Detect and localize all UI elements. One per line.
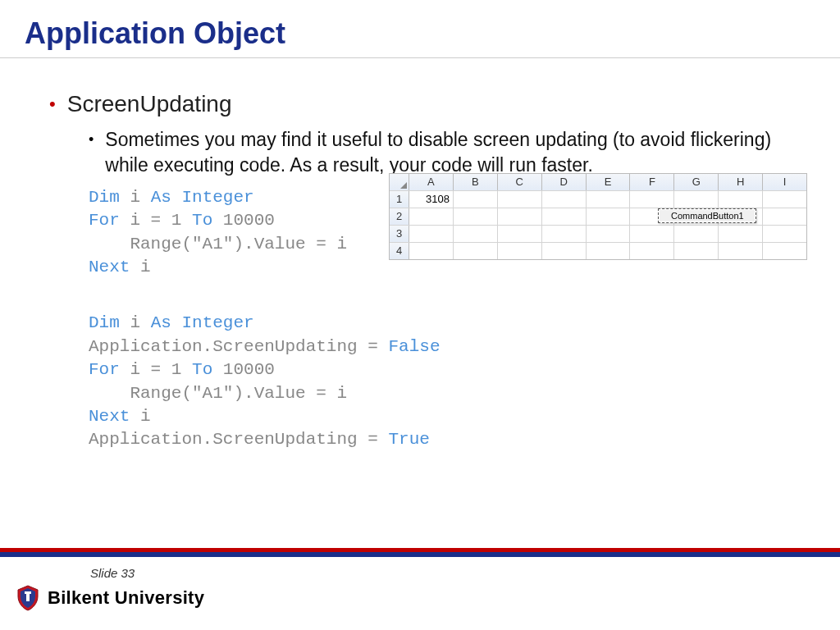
bullet-level-1: • ScreenUpdating (49, 91, 791, 117)
svg-rect-1 (25, 591, 31, 594)
row-header: 2 (390, 208, 409, 225)
data-row: 2 CommandButton1 (390, 208, 806, 226)
cell (409, 208, 454, 225)
bullet-icon: • (89, 127, 94, 152)
data-row: 4 (390, 243, 806, 259)
bullet-text: ScreenUpdating (67, 91, 232, 117)
row-header: 1 (390, 191, 409, 208)
col-header: C (498, 174, 542, 190)
cell (587, 191, 631, 208)
keyword-to: To (192, 360, 212, 379)
cell (719, 226, 763, 242)
cell (630, 226, 674, 242)
university-name: Bilkent University (48, 587, 204, 609)
keyword-for: For (89, 360, 120, 379)
slide-number: Slide 33 (90, 566, 840, 580)
row-header: 4 (390, 243, 409, 259)
keyword-next: Next (89, 258, 130, 276)
cell-a1: 3108 (409, 191, 454, 208)
cell (498, 226, 542, 242)
cell (674, 243, 719, 259)
cell (587, 243, 631, 259)
cell (542, 208, 587, 225)
keyword-true: True (388, 430, 429, 449)
title-region: Application Object (0, 0, 840, 58)
keyword-as: As Integer (151, 313, 254, 332)
cell (542, 191, 587, 208)
cell (630, 243, 674, 259)
bullet-icon: • (49, 91, 56, 117)
cell (542, 226, 587, 242)
keyword-as: As Integer (151, 188, 254, 207)
bullet-text: Sometimes you may find it useful to disa… (105, 127, 778, 178)
bullet-level-2: • Sometimes you may find it useful to di… (89, 127, 778, 178)
university-branding: Bilkent University (16, 585, 840, 611)
data-row: 3 (390, 226, 806, 243)
col-header: G (674, 174, 719, 190)
code-body: Range("A1").Value = i (89, 384, 347, 403)
spreadsheet-preview: A B C D E F G H I 1 3108 (389, 173, 807, 260)
cell (763, 191, 806, 208)
cell (454, 208, 498, 225)
col-header: A (409, 174, 454, 190)
cell (719, 191, 763, 208)
code-block-2: Dim i As Integer Application.ScreenUpdat… (89, 312, 791, 451)
cell (498, 243, 542, 259)
cell (763, 243, 806, 259)
cell (454, 226, 498, 242)
col-header: E (587, 174, 631, 190)
cell (719, 243, 763, 259)
cell (542, 243, 587, 259)
cell (454, 191, 498, 208)
data-row: 1 3108 (390, 191, 806, 208)
col-header: I (763, 174, 806, 190)
content-area: • ScreenUpdating • Sometimes you may fin… (0, 58, 840, 548)
column-header-row: A B C D E F G H I (390, 174, 806, 191)
keyword-false: False (388, 337, 440, 356)
col-header: F (630, 174, 674, 190)
cell (409, 226, 454, 242)
cell (719, 208, 763, 225)
select-all-corner (390, 174, 409, 190)
cell (587, 226, 631, 242)
cell: CommandButton1 (674, 208, 719, 225)
keyword-next: Next (89, 407, 130, 426)
col-header: H (719, 174, 763, 190)
col-header: B (454, 174, 498, 190)
slide: Application Object • ScreenUpdating • So… (0, 0, 840, 630)
university-logo-icon (16, 585, 39, 611)
cell (498, 191, 542, 208)
keyword-to: To (192, 211, 212, 230)
cell (674, 226, 719, 242)
keyword-dim: Dim (89, 313, 120, 332)
footer: Slide 33 Bilkent University (0, 548, 840, 630)
cell (498, 208, 542, 225)
cell (763, 208, 806, 225)
cell (587, 208, 631, 225)
cell (763, 226, 806, 242)
cell (454, 243, 498, 259)
cell (674, 191, 719, 208)
cell (409, 243, 454, 259)
col-header: D (542, 174, 587, 190)
slide-title: Application Object (25, 16, 815, 51)
row-header: 3 (390, 226, 409, 242)
keyword-for: For (89, 211, 120, 230)
cell (630, 191, 674, 208)
code-body: Range("A1").Value = i (89, 235, 347, 253)
keyword-dim: Dim (89, 188, 120, 207)
footer-accent-bar (0, 548, 840, 556)
svg-rect-0 (26, 593, 30, 601)
